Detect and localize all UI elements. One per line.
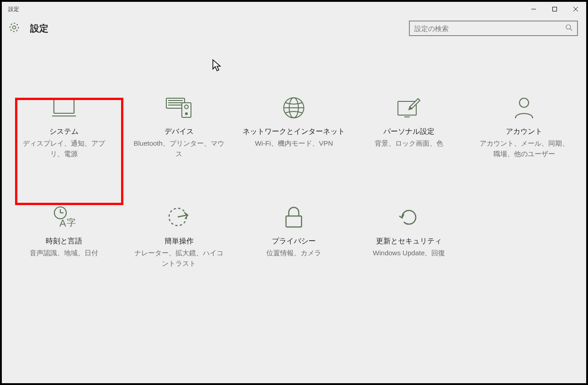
devices-icon <box>164 95 194 121</box>
tile-desc: ナレーター、拡大鏡、ハイコントラスト <box>133 248 225 269</box>
tile-title: デバイス <box>164 127 194 137</box>
personalize-icon <box>396 95 422 121</box>
svg-point-5 <box>10 23 18 32</box>
tile-title: 更新とセキュリティ <box>376 237 442 246</box>
ease-of-access-icon <box>167 205 191 230</box>
update-icon <box>397 205 420 230</box>
window-controls <box>523 2 586 16</box>
system-icon <box>51 95 77 121</box>
tile-desc: ディスプレイ、通知、アプリ、電源 <box>18 138 110 159</box>
tiles-grid: システム ディスプレイ、通知、アプリ、電源 デバイス Bluetooth、プリン… <box>6 90 582 273</box>
titlebar: 設定 <box>2 2 586 16</box>
search-input[interactable] <box>414 25 565 32</box>
tile-title: 簡単操作 <box>164 237 194 246</box>
page-title: 設定 <box>30 22 48 35</box>
svg-rect-30 <box>286 216 302 227</box>
tile-desc: 背景、ロック画面、色 <box>375 138 443 149</box>
tile-update[interactable]: 更新とセキュリティ Windows Update、回復 <box>351 200 466 273</box>
tile-desc: 音声認識、地域、日付 <box>30 248 98 258</box>
close-icon <box>573 7 578 11</box>
tile-title: パーソナル設定 <box>383 127 434 137</box>
svg-text:字: 字 <box>67 217 76 227</box>
tile-title: ネットワークとインターネット <box>243 127 345 137</box>
maximize-button[interactable] <box>544 2 565 16</box>
tile-privacy[interactable]: プライバシー 位置情報、カメラ <box>237 200 352 273</box>
minimize-icon <box>531 7 536 11</box>
tile-title: プライバシー <box>272 237 316 246</box>
tile-accounts[interactable]: アカウント アカウント、メール、同期、職場、他のユーザー <box>466 90 582 163</box>
tile-personalize[interactable]: パーソナル設定 背景、ロック画面、色 <box>351 90 466 163</box>
svg-line-29 <box>178 215 187 217</box>
svg-rect-1 <box>553 7 557 11</box>
close-button[interactable] <box>565 2 586 16</box>
tile-ease[interactable]: 簡単操作 ナレーター、拡大鏡、ハイコントラスト <box>122 200 237 273</box>
svg-rect-8 <box>54 100 74 113</box>
globe-icon <box>282 95 305 121</box>
person-icon <box>514 95 535 121</box>
maximize-icon <box>552 7 557 11</box>
tile-network[interactable]: ネットワークとインターネット Wi-Fi、機内モード、VPN <box>237 90 352 163</box>
tile-title: 時刻と言語 <box>46 237 82 246</box>
svg-text:A: A <box>59 217 66 229</box>
minimize-button[interactable] <box>523 2 544 16</box>
tile-desc: アカウント、メール、同期、職場、他のユーザー <box>478 138 570 159</box>
svg-line-7 <box>570 29 572 31</box>
search-icon <box>565 24 572 33</box>
svg-point-6 <box>566 25 571 29</box>
gear-icon <box>8 21 20 35</box>
tile-desc: 位置情報、カメラ <box>266 248 321 258</box>
search-box[interactable] <box>409 21 578 36</box>
time-language-icon: A 字 <box>51 205 77 230</box>
lock-icon <box>284 205 303 230</box>
header: 設定 <box>2 16 586 40</box>
tile-desc: Windows Update、回復 <box>373 248 445 258</box>
svg-point-16 <box>185 113 187 115</box>
tile-timelang[interactable]: A 字 時刻と言語 音声認識、地域、日付 <box>6 200 122 273</box>
tile-system[interactable]: システム ディスプレイ、通知、アプリ、電源 <box>6 90 122 163</box>
window-title: 設定 <box>8 5 19 13</box>
tile-desc: Bluetooth、プリンター、マウス <box>133 138 225 159</box>
svg-point-4 <box>13 26 16 29</box>
header-left: 設定 <box>8 21 48 35</box>
settings-window: 設定 設定 <box>2 2 586 383</box>
tile-title: システム <box>49 127 79 137</box>
content: システム ディスプレイ、通知、アプリ、電源 デバイス Bluetooth、プリン… <box>2 40 586 383</box>
tile-devices[interactable]: デバイス Bluetooth、プリンター、マウス <box>122 90 237 163</box>
tile-desc: Wi-Fi、機内モード、VPN <box>255 138 333 149</box>
tile-title: アカウント <box>506 127 542 137</box>
svg-point-22 <box>519 98 529 107</box>
